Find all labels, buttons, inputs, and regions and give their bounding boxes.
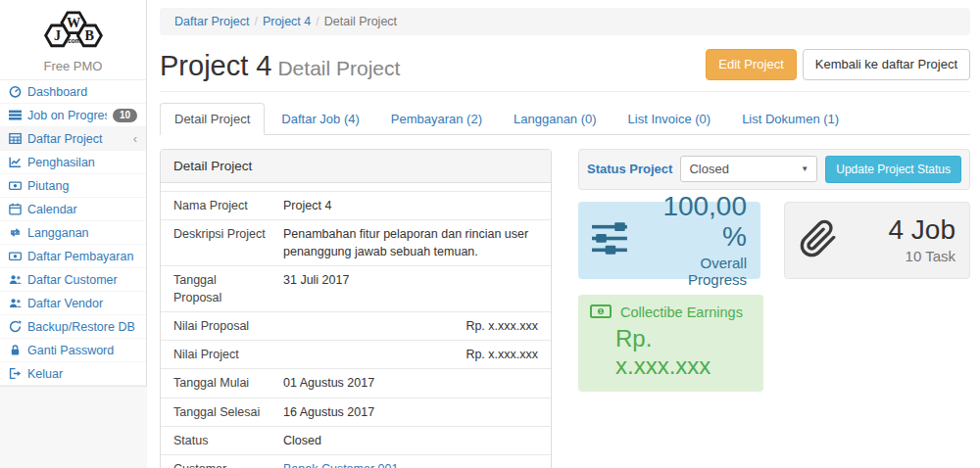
sidebar-item-langganan[interactable]: Langganan	[0, 221, 146, 245]
tab-list-invoice[interactable]: List Invoice (0)	[613, 103, 726, 135]
sidebar-item-backup-restore-db[interactable]: Backup/Restore DB	[0, 315, 146, 339]
sidebar-item-daftar-vendor[interactable]: Daftar Vendor	[0, 292, 146, 315]
sidebar-item-calendar[interactable]: Calendar	[0, 198, 146, 221]
line-chart-icon	[9, 156, 22, 168]
main-content: Daftar Project/Project 4/Detail Project …	[147, 0, 980, 468]
row-label: Tanggal Proposal	[161, 265, 270, 311]
tab-daftar-job[interactable]: Daftar Job (4)	[267, 103, 373, 135]
breadcrumb-current: Detail Project	[324, 15, 397, 28]
row-value: Penambahan fitur pelaporan dan rincian u…	[270, 219, 551, 265]
earnings-title: Collectibe Earnings	[620, 304, 743, 320]
row-label: Nama Project	[161, 191, 270, 219]
sidebar-item-piutang[interactable]: Piutang	[0, 174, 146, 198]
sidebar-item-daftar-pembayaran[interactable]: Daftar Pembayaran	[0, 245, 146, 268]
svg-text:.com: .com	[66, 37, 80, 44]
jwb-hexagon-logo: W J B .com	[38, 8, 109, 55]
page-subtitle: Detail Project	[277, 57, 400, 79]
sidebar-item-label: Backup/Restore DB	[27, 320, 137, 334]
sidebar: W J B .com Free PMO Dashboard Job on Pro…	[0, 0, 147, 387]
svg-text:W: W	[66, 15, 79, 30]
customer-link[interactable]: Bapak Customer 001	[283, 462, 398, 468]
earnings-header: 1 Collectibe Earnings	[590, 304, 752, 321]
job-text: 4 Job 10 Task	[850, 215, 956, 264]
overall-progress-card: 100,00 % Overall Progress	[578, 202, 760, 279]
users-icon	[9, 297, 22, 309]
progress-text: 100,00 % Overall Progress	[641, 192, 747, 288]
row-label: Nilai Proposal	[161, 312, 270, 341]
table-row: Tanggal Mulai 01 Agustus 2017	[161, 369, 551, 398]
table-row: Tanggal Proposal 31 Juli 2017	[161, 265, 551, 311]
breadcrumb: Daftar Project/Project 4/Detail Project	[160, 8, 970, 35]
table-icon	[9, 132, 22, 145]
sidebar-item-daftar-customer[interactable]: Daftar Customer	[0, 268, 146, 292]
row-value: Rp. x.xxx.xxx	[270, 312, 551, 341]
status-select[interactable]: Closed ▼	[680, 156, 817, 182]
app-layout: W J B .com Free PMO Dashboard Job on Pro…	[0, 0, 980, 468]
status-project-form: Status Project Closed ▼ Update Project S…	[578, 149, 970, 190]
table-row: Nama Project Project 4	[161, 191, 551, 219]
tab-list-dokumen[interactable]: List Dokumen (1)	[727, 103, 854, 135]
row-value: Closed	[270, 426, 551, 454]
sidebar-nav: Dashboard Job on Progress 10 Daftar Proj…	[0, 80, 146, 386]
table-row: Tanggal Selesai 16 Agustus 2017	[161, 398, 551, 426]
calendar-icon	[9, 203, 22, 215]
job-count-badge: 10	[113, 109, 137, 122]
breadcrumb-link-daftar-project[interactable]: Daftar Project	[174, 15, 249, 28]
sidebar-item-penghasilan[interactable]: Penghasilan	[0, 151, 146, 174]
money-bill-icon: 1	[590, 304, 612, 321]
svg-text:B: B	[84, 27, 94, 43]
tab-bar: Detail Project Daftar Job (4) Pembayaran…	[160, 103, 970, 135]
breadcrumb-separator: /	[254, 15, 257, 28]
money-icon	[9, 179, 22, 192]
brand-name: Free PMO	[0, 59, 146, 73]
money-icon	[9, 250, 22, 262]
tasks-icon	[9, 109, 22, 121]
sidebar-item-label: Job on Progress	[27, 109, 107, 122]
row-label: Nilai Project	[161, 341, 270, 369]
edit-project-button[interactable]: Edit Project	[706, 49, 796, 80]
sidebar-item-daftar-project[interactable]: Daftar Project ‹	[0, 127, 146, 151]
sidebar-item-label: Daftar Vendor	[27, 297, 137, 310]
progress-value: 100,00 %	[641, 192, 747, 253]
breadcrumb-separator: /	[316, 15, 318, 28]
row-value: Project 4	[270, 191, 551, 219]
row-label: Tanggal Selesai	[161, 398, 270, 426]
progress-caption: Overall Progress	[641, 255, 747, 288]
table-row: Nilai Proposal Rp. x.xxx.xxx	[161, 312, 551, 341]
stat-cards-row: 100,00 % Overall Progress 4 Job 10 Task	[578, 202, 970, 279]
table-row: Deskripsi Project Penambahan fitur pelap…	[161, 219, 551, 265]
page-header: Project 4Detail Project Edit Project Kem…	[160, 49, 970, 92]
row-label: Tanggal Mulai	[161, 369, 270, 398]
tab-pembayaran[interactable]: Pembayaran (2)	[376, 103, 497, 135]
task-count: 10 Task	[850, 248, 956, 264]
refresh-icon	[9, 320, 22, 333]
row-label: Customer	[161, 454, 270, 468]
earnings-value: Rp. x.xxx.xxx	[615, 325, 752, 380]
page-title: Project 4Detail Project	[160, 51, 400, 82]
sidebar-item-label: Daftar Customer	[27, 273, 137, 287]
row-label: Deskripsi Project	[161, 219, 270, 265]
table-row: Customer Bapak Customer 001	[161, 454, 551, 468]
dashboard-icon	[9, 85, 22, 98]
table-row: Status Closed	[161, 426, 551, 454]
breadcrumb-link-project-4[interactable]: Project 4	[263, 15, 311, 28]
lock-icon	[9, 344, 22, 356]
sidebar-item-ganti-password[interactable]: Ganti Password	[0, 339, 146, 362]
users-icon	[9, 273, 22, 286]
sidebar-item-label: Langganan	[27, 226, 137, 240]
sidebar-item-job-on-progress[interactable]: Job on Progress 10	[0, 104, 146, 127]
tab-detail-project[interactable]: Detail Project	[160, 103, 265, 135]
sidebar-item-dashboard[interactable]: Dashboard	[0, 80, 146, 104]
sidebar-item-label: Keluar	[27, 367, 137, 381]
sidebar-item-label: Penghasilan	[27, 156, 137, 169]
row-value: 31 Juli 2017	[270, 265, 551, 311]
back-to-project-list-button[interactable]: Kembali ke daftar Project	[803, 49, 970, 80]
header-actions: Edit Project Kembali ke daftar Project	[706, 49, 970, 82]
brand-logo: W J B .com Free PMO	[0, 0, 146, 80]
detail-project-panel: Detail Project Nama Project Project 4 De…	[160, 149, 552, 468]
sidebar-item-keluar[interactable]: Keluar	[0, 362, 146, 386]
update-project-status-button[interactable]: Update Project Status	[825, 156, 961, 183]
tab-langganan[interactable]: Langganan (0)	[499, 103, 612, 135]
sidebar-item-label: Daftar Pembayaran	[27, 250, 137, 263]
sidebar-item-label: Dashboard	[27, 85, 137, 99]
